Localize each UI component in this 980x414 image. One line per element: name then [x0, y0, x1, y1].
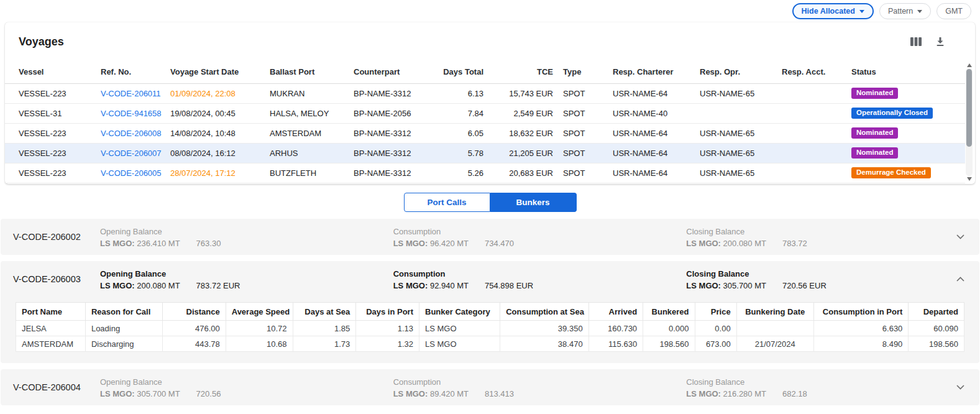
col-departed[interactable]: Departed: [909, 303, 964, 321]
col-consumption-in-port[interactable]: Consumption in Port: [813, 303, 909, 321]
tce-cell: 18,632 EUR: [488, 123, 558, 143]
fuel-label: LS MGO:: [393, 281, 428, 290]
col-ref-no[interactable]: Ref. No.: [96, 61, 165, 83]
col-counterpart[interactable]: Counterpart: [349, 61, 426, 83]
tab-bunkers[interactable]: Bunkers: [490, 193, 577, 212]
status-badge: Nominated: [851, 127, 898, 139]
col-days-at-sea[interactable]: Days at Sea: [293, 303, 356, 321]
col-arrived[interactable]: Arrived: [588, 303, 643, 321]
scrollbar-track[interactable]: [966, 68, 973, 176]
scrollbar-thumb[interactable]: [966, 69, 972, 147]
bunkers-row[interactable]: JELSA Loading 476.00 10.72 1.85 1.13 LS …: [16, 321, 964, 336]
table-row-selected[interactable]: VESSEL-223 V-CODE-206007 08/08/2024, 16:…: [5, 143, 965, 163]
resp-opr-cell: USR-NAME-65: [695, 123, 777, 143]
col-bunkered[interactable]: Bunkered: [643, 303, 695, 321]
col-status[interactable]: Status: [846, 61, 965, 83]
ref-link[interactable]: V-CODE-206011: [101, 89, 161, 98]
fuel-label: LS MGO:: [686, 239, 721, 248]
download-icon[interactable]: [935, 37, 945, 47]
fuel-qty: 200.080 MT: [723, 239, 766, 248]
tab-port-calls[interactable]: Port Calls: [404, 193, 490, 212]
ref-link[interactable]: V-CODE-206005: [101, 168, 162, 178]
pattern-button[interactable]: Pattern: [879, 3, 931, 19]
col-reason-for-call[interactable]: Reason for Call: [85, 303, 162, 321]
ballast-port-cell: AMSTERDAM: [265, 123, 349, 143]
col-price[interactable]: Price: [695, 303, 736, 321]
ref-link[interactable]: V-CODE-941658: [101, 109, 162, 118]
bunkers-row[interactable]: AMSTERDAM Discharging 443.78 10.68 1.73 …: [16, 336, 964, 352]
consumption-in-port-cell: 6.630: [813, 321, 909, 336]
col-voyage-start-date[interactable]: Voyage Start Date: [165, 61, 265, 83]
voyage-section-206002: V-CODE-206002 Opening Balance LS MGO: 23…: [1, 219, 979, 255]
chevron-down-icon: [859, 10, 864, 13]
col-ballast-port[interactable]: Ballast Port: [265, 61, 349, 83]
col-average-speed[interactable]: Average Speed: [226, 303, 293, 321]
type-cell: SPOT: [558, 83, 608, 103]
col-resp-charterer[interactable]: Resp. Charterer: [608, 61, 695, 83]
col-resp-acct[interactable]: Resp. Acct.: [777, 61, 846, 83]
scroll-down-icon[interactable]: [967, 177, 972, 181]
view-tabs: Port Calls Bunkers: [0, 193, 980, 212]
col-days-in-port[interactable]: Days in Port: [356, 303, 419, 321]
bunkering-date-cell: 21/07/2024: [736, 336, 813, 352]
col-distance[interactable]: Distance: [163, 303, 226, 321]
col-bunkering-date[interactable]: Bunkering Date: [736, 303, 813, 321]
table-row[interactable]: VESSEL-223 V-CODE-206008 14/08/2024, 10:…: [5, 123, 965, 143]
distance-cell: 476.00: [163, 321, 226, 336]
chevron-down-icon[interactable]: [956, 234, 964, 239]
scroll-up-icon[interactable]: [967, 63, 972, 67]
col-port-name[interactable]: Port Name: [16, 303, 86, 321]
col-bunker-category[interactable]: Bunker Category: [419, 303, 500, 321]
vessel-cell: VESSEL-31: [5, 103, 96, 123]
fuel-qty: 89.420 MT: [430, 389, 469, 398]
col-type[interactable]: Type: [558, 61, 608, 83]
group-label: Consumption: [393, 377, 687, 387]
chevron-down-icon[interactable]: [956, 385, 964, 390]
ref-link[interactable]: V-CODE-206007: [101, 149, 162, 158]
start-date-cell: 14/08/2024, 10:48: [165, 123, 265, 143]
section-header[interactable]: V-CODE-206002 Opening Balance LS MGO: 23…: [1, 219, 979, 255]
table-row[interactable]: VESSEL-31 V-CODE-941658 19/08/2024, 00:4…: [5, 103, 965, 123]
table-row[interactable]: VESSEL-223 V-CODE-206011 01/09/2024, 22:…: [5, 83, 965, 103]
gmt-button[interactable]: GMT: [936, 3, 971, 19]
col-tce[interactable]: TCE: [488, 61, 558, 83]
resp-charterer-cell: USR-NAME-40: [608, 103, 695, 123]
col-vessel[interactable]: Vessel: [5, 61, 96, 83]
opening-balance-group: Opening Balance LS MGO: 200.080 MT783.72…: [100, 263, 393, 295]
type-cell: SPOT: [558, 163, 608, 183]
hide-allocated-button[interactable]: Hide Allocated: [792, 3, 874, 19]
table-scrollbar[interactable]: [965, 62, 973, 182]
col-days-total[interactable]: Days Total: [426, 61, 488, 83]
col-consumption-at-sea[interactable]: Consumption at Sea: [500, 303, 588, 321]
start-date-cell: 01/09/2024, 22:08: [165, 83, 265, 103]
fuel-label: LS MGO:: [100, 239, 135, 248]
table-row[interactable]: VESSEL-223 V-CODE-206005 28/07/2024, 17:…: [5, 163, 965, 183]
tce-cell: 20,683 EUR: [488, 163, 558, 183]
group-label: Opening Balance: [100, 377, 393, 387]
fuel-qty: 216.280 MT: [723, 389, 766, 398]
voyage-code: V-CODE-206002: [13, 232, 100, 242]
vessel-cell: VESSEL-223: [5, 83, 96, 103]
departed-cell: 60.090: [909, 321, 964, 336]
status-badge: Demurrage Checked: [851, 167, 931, 178]
section-header[interactable]: V-CODE-206004 Opening Balance LS MGO: 30…: [1, 369, 979, 405]
chevron-up-icon[interactable]: [956, 277, 964, 282]
group-value: LS MGO: 89.420 MT813.413: [393, 389, 687, 398]
ballast-port-cell: ARHUS: [265, 143, 349, 163]
counterpart-cell: BP-NAME-3312: [349, 83, 426, 103]
ref-link[interactable]: V-CODE-206008: [101, 129, 162, 138]
fuel-qty: 96.420 MT: [430, 239, 469, 248]
col-resp-opr[interactable]: Resp. Opr.: [695, 61, 777, 83]
resp-acct-cell: [777, 103, 846, 123]
fuel-amount: 813.413: [485, 389, 514, 398]
section-header[interactable]: V-CODE-206003 Opening Balance LS MGO: 20…: [1, 261, 979, 297]
counterpart-cell: BP-NAME-3312: [349, 143, 426, 163]
resp-charterer-cell: USR-NAME-64: [608, 143, 695, 163]
columns-icon[interactable]: [910, 37, 922, 46]
bunkered-cell: 198.560: [643, 336, 695, 352]
type-cell: SPOT: [558, 143, 608, 163]
type-cell: SPOT: [558, 103, 608, 123]
reason-cell: Discharging: [85, 336, 162, 352]
tce-cell: 21,205 EUR: [488, 143, 558, 163]
start-date-cell: 28/07/2024, 17:12: [165, 163, 265, 183]
